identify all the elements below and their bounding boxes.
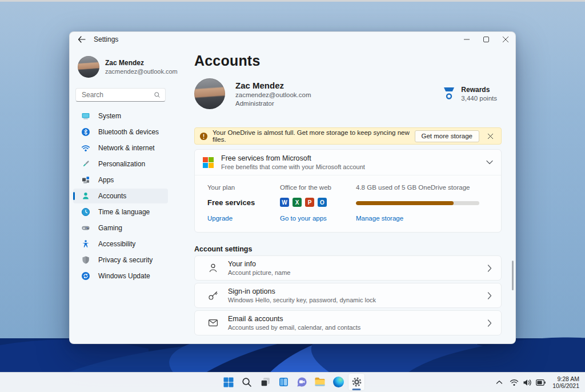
avatar — [78, 56, 99, 78]
storage-progress-fill — [356, 201, 454, 205]
profile-name: Zac Mendez — [105, 59, 178, 67]
sidebar-item-gaming[interactable]: Gaming — [73, 221, 168, 235]
avatar — [194, 78, 225, 109]
manage-storage-link[interactable]: Manage storage — [356, 215, 403, 222]
outlook-icon: O — [318, 198, 327, 207]
settings-gear-icon — [351, 377, 362, 387]
chat-button[interactable] — [294, 374, 310, 390]
banner-dismiss-button[interactable] — [484, 130, 496, 142]
settings-row-your-info[interactable]: Your info Account picture, name — [194, 255, 502, 281]
task-view-button[interactable] — [257, 374, 273, 390]
word-icon: W — [280, 198, 289, 207]
free-services-header[interactable]: Free services from Microsoft Free benefi… — [195, 150, 501, 175]
network-icon — [81, 143, 90, 153]
volume-icon — [523, 379, 532, 386]
start-icon — [223, 377, 234, 387]
maximize-icon — [483, 37, 489, 42]
account-name: Zac Mendez — [235, 80, 311, 91]
widgets-icon — [278, 377, 289, 387]
accessibility-icon — [81, 239, 90, 249]
task-view-icon — [260, 377, 271, 387]
account-email: zacmendez@outlook.com — [235, 91, 311, 99]
sidebar-item-system[interactable]: System — [73, 109, 168, 123]
powerpoint-icon: P — [305, 198, 314, 207]
chevron-up-icon — [496, 380, 503, 385]
system-icon — [81, 111, 90, 121]
office-label: Office for the web — [280, 183, 356, 191]
sidebar-item-bluetooth-devices[interactable]: Bluetooth & devices — [73, 125, 168, 139]
sidebar-item-accessibility[interactable]: Accessibility — [73, 237, 168, 251]
start-button[interactable] — [221, 374, 237, 390]
close-button[interactable] — [496, 32, 515, 47]
sidebar-item-apps[interactable]: Apps — [73, 173, 168, 187]
file-explorer-icon — [314, 377, 326, 387]
personalization-icon — [81, 159, 90, 169]
rewards-badge[interactable]: Rewards 3,440 points — [443, 86, 497, 102]
clock[interactable]: 9:28 AM 10/6/2021 — [550, 374, 582, 390]
sidebar-item-network-internet[interactable]: Network & internet — [73, 141, 168, 155]
get-more-storage-button[interactable]: Get more storage — [415, 130, 479, 142]
selected-indicator — [73, 192, 75, 200]
accounts-icon — [81, 191, 90, 201]
onedrive-warning-banner: Your OneDrive is almost full. Get more s… — [194, 127, 502, 145]
sidebar-profile[interactable]: Zac Mendez zacmendez@outlook.com — [78, 56, 186, 78]
time-language-icon — [81, 207, 90, 217]
close-icon — [503, 37, 508, 42]
scrollbar-thumb[interactable] — [512, 261, 514, 290]
main-content: Accounts Zac Mendez zacmendez@outlook.co… — [194, 47, 502, 343]
profile-email: zacmendez@outlook.com — [105, 67, 178, 75]
account-role: Administrator — [235, 99, 311, 108]
desktop: Settings Zac Mendez zacmendez@outlook. — [0, 0, 585, 392]
taskbar-settings-button[interactable] — [348, 374, 364, 390]
upgrade-link[interactable]: Upgrade — [207, 215, 233, 222]
sidebar-item-personalization[interactable]: Personalization — [73, 157, 168, 171]
settings-window: Settings Zac Mendez zacmendez@outlook. — [69, 31, 516, 344]
sidebar-item-time-language[interactable]: Time & language — [73, 205, 168, 219]
system-tray: 9:28 AM 10/6/2021 — [494, 373, 582, 392]
sidebar-nav: System Bluetooth & devices Network & int… — [70, 109, 194, 283]
sidebar-item-windows-update[interactable]: Windows Update — [73, 269, 168, 283]
search-input[interactable] — [81, 90, 154, 99]
account-settings-header: Account settings — [194, 245, 502, 253]
page-title: Accounts — [194, 53, 502, 69]
go-to-apps-link[interactable]: Go to your apps — [280, 215, 327, 222]
search-icon — [154, 91, 161, 98]
tray-time: 9:28 AM — [552, 375, 579, 383]
taskbar: 9:28 AM 10/6/2021 — [0, 372, 585, 392]
chevron-right-icon — [487, 319, 492, 327]
person-icon — [207, 262, 219, 274]
maximize-button[interactable] — [476, 32, 496, 47]
office-app-icons: W X P O — [280, 198, 327, 207]
card-title: Free services from Microsoft — [221, 154, 486, 163]
search-box[interactable] — [75, 88, 166, 102]
titlebar[interactable]: Settings — [70, 32, 515, 47]
free-services-details: Your plan Free services Upgrade Office f… — [195, 175, 501, 232]
sidebar-item-privacy-security[interactable]: Privacy & security — [73, 253, 168, 267]
minimize-button[interactable] — [457, 32, 476, 47]
banner-message: Your OneDrive is almost full. Get more s… — [213, 129, 415, 143]
close-icon — [488, 134, 493, 139]
card-subtitle: Free benefits that come with your Micros… — [221, 163, 486, 171]
settings-row-email-accounts[interactable]: Email & accounts Accounts used by email,… — [194, 310, 502, 335]
widgets-button[interactable] — [275, 374, 291, 390]
mail-icon — [207, 317, 219, 329]
tray-overflow-button[interactable] — [494, 374, 505, 390]
microsoft-logo-icon — [203, 157, 214, 168]
file-explorer-button[interactable] — [312, 374, 328, 390]
settings-row-sign-in-options[interactable]: Sign-in options Windows Hello, security … — [194, 283, 502, 308]
edge-button[interactable] — [330, 374, 346, 390]
sidebar-item-accounts[interactable]: Accounts — [73, 189, 168, 203]
battery-icon — [536, 379, 546, 386]
edge-icon — [333, 377, 344, 387]
rewards-icon — [443, 87, 455, 101]
wifi-icon — [510, 379, 519, 386]
free-services-card: Free services from Microsoft Free benefi… — [194, 149, 502, 233]
back-button[interactable] — [73, 33, 90, 46]
gaming-icon — [81, 223, 90, 233]
apps-icon — [81, 175, 90, 185]
chevron-down-icon — [486, 160, 493, 165]
taskbar-search-button[interactable] — [239, 374, 255, 390]
chevron-right-icon — [487, 265, 492, 272]
search-icon — [242, 377, 252, 387]
tray-status-cluster[interactable] — [507, 374, 548, 390]
